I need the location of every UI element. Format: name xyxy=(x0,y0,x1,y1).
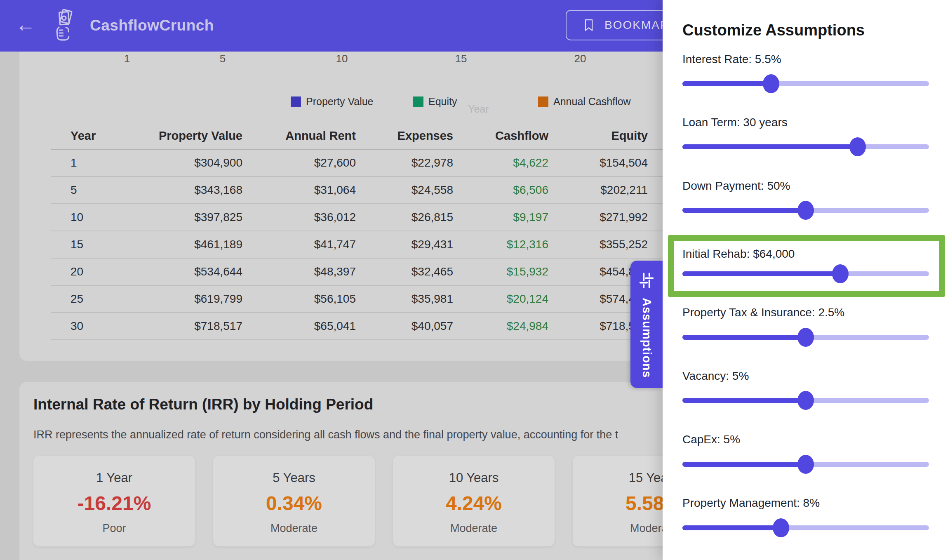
column-header-cashflow: Cashflow xyxy=(453,123,548,149)
slider-label: Property Management: 8% xyxy=(682,496,929,510)
slider-thumb[interactable] xyxy=(797,201,814,220)
slider-thumb[interactable] xyxy=(797,455,814,474)
interest-rate-slider[interactable] xyxy=(682,81,929,86)
table-cell: 5 xyxy=(51,176,124,204)
slider-group-property-management: Property Management: 8% xyxy=(682,496,929,510)
assumptions-sidebar: Customize Assumptions Interest Rate: 5.5… xyxy=(663,0,950,560)
slider-group-initial-rehab: Initial Rehab: $64,000 xyxy=(682,247,929,261)
slider-label: Loan Term: 30 years xyxy=(682,116,929,129)
table-cell: $65,041 xyxy=(242,313,356,340)
property-tax-slider[interactable] xyxy=(682,335,929,340)
app-root: 1 5 10 15 20 Year Property Value Equity … xyxy=(0,0,950,560)
x-axis-tick: 5 xyxy=(220,52,226,65)
table-cell: $36,012 xyxy=(242,204,356,231)
loan-term-slider[interactable] xyxy=(682,144,929,149)
table-cell: 10 xyxy=(51,204,124,231)
down-payment-slider[interactable] xyxy=(682,208,929,213)
slider-label: CapEx: 5% xyxy=(682,433,929,446)
legend-swatch xyxy=(291,96,301,107)
slider-group-down-payment: Down Payment: 50% xyxy=(682,179,929,193)
table-cell: $32,465 xyxy=(356,258,453,285)
table-cell: $534,644 xyxy=(124,258,242,285)
legend-swatch xyxy=(538,96,548,107)
table-cell: $4,622 xyxy=(453,149,548,176)
column-header-year: Year xyxy=(51,123,124,149)
slider-thumb[interactable] xyxy=(797,391,814,410)
irr-period: 5 Years xyxy=(273,471,315,485)
legend-label: Property Value xyxy=(306,96,374,108)
assumptions-tab-label: Assumptions xyxy=(640,298,654,378)
column-header-property-value: Property Value xyxy=(124,123,242,149)
back-button[interactable]: ← xyxy=(16,13,35,36)
app-title: CashflowCrunch xyxy=(90,17,214,34)
slider-thumb[interactable] xyxy=(832,264,849,283)
table-cell: 15 xyxy=(51,231,124,258)
table-cell: $20,124 xyxy=(453,285,548,313)
table-cell: $6,506 xyxy=(453,176,548,204)
slider-group-interest-rate: Interest Rate: 5.5% xyxy=(682,53,929,66)
slider-thumb[interactable] xyxy=(849,137,866,156)
vacancy-slider[interactable] xyxy=(682,398,929,403)
irr-value: -16.21% xyxy=(78,492,151,515)
table-cell: $271,992 xyxy=(548,204,648,231)
sliders-icon xyxy=(637,271,656,289)
irr-period: 1 Year xyxy=(96,471,132,485)
table-cell: $355,252 xyxy=(548,231,648,258)
slider-group-vacancy: Vacancy: 5% xyxy=(682,369,929,383)
irr-card-5-years: 5 Years 0.34% Moderate xyxy=(213,456,375,546)
irr-card-row: 1 Year -16.21% Poor 5 Years 0.34% Modera… xyxy=(33,456,734,546)
table-cell: $397,825 xyxy=(124,204,242,231)
slider-label: Down Payment: 50% xyxy=(682,179,929,193)
x-axis-tick: 10 xyxy=(336,52,348,65)
table-cell: $9,197 xyxy=(453,204,548,231)
slider-label: Property Tax & Insurance: 2.5% xyxy=(682,306,929,319)
table-cell: $29,431 xyxy=(356,231,453,258)
table-cell: $22,978 xyxy=(356,149,453,176)
slider-group-property-tax: Property Tax & Insurance: 2.5% xyxy=(682,306,929,319)
column-header-equity: Equity xyxy=(548,123,648,149)
legend-item-equity[interactable]: Equity xyxy=(413,96,457,108)
table-cell: 25 xyxy=(51,285,124,313)
initial-rehab-slider[interactable] xyxy=(682,271,929,276)
table-cell: $343,168 xyxy=(124,176,242,204)
property-management-slider[interactable] xyxy=(682,525,929,530)
irr-title: Internal Rate of Return (IRR) by Holding… xyxy=(33,396,373,413)
legend-item-property-value[interactable]: Property Value xyxy=(291,96,374,108)
table-cell: $619,799 xyxy=(124,285,242,313)
x-axis-tick: 1 xyxy=(124,52,130,65)
column-header-expenses: Expenses xyxy=(356,123,453,149)
slider-label: Initial Rehab: $64,000 xyxy=(682,247,929,261)
table-cell: $24,984 xyxy=(453,313,548,340)
table-cell: $718,517 xyxy=(124,313,242,340)
x-axis-label: Year xyxy=(468,103,489,115)
slider-thumb[interactable] xyxy=(763,74,779,93)
legend-item-annual-cashflow[interactable]: Annual Cashflow xyxy=(538,96,631,108)
assumptions-tab[interactable]: Assumptions xyxy=(630,261,663,388)
slider-label: Interest Rate: 5.5% xyxy=(682,53,929,66)
table-cell: $26,815 xyxy=(356,204,453,231)
legend-label: Equity xyxy=(428,96,457,108)
irr-value: 4.24% xyxy=(446,492,502,515)
slider-group-loan-term: Loan Term: 30 years xyxy=(682,116,929,129)
column-header-annual-rent: Annual Rent xyxy=(242,123,356,149)
irr-value: 0.34% xyxy=(266,492,322,515)
table-cell: $12,316 xyxy=(453,231,548,258)
sidebar-title: Customize Assumptions xyxy=(682,21,865,39)
x-axis-tick: 20 xyxy=(574,52,586,65)
slider-thumb[interactable] xyxy=(773,518,789,537)
irr-card-1-year: 1 Year -16.21% Poor xyxy=(33,456,195,546)
table-cell: $56,105 xyxy=(242,285,356,313)
slider-group-capex: CapEx: 5% xyxy=(682,433,929,446)
irr-card-10-years: 10 Years 4.24% Moderate xyxy=(393,456,555,546)
slider-label: Vacancy: 5% xyxy=(682,369,929,383)
table-cell: $35,981 xyxy=(356,285,453,313)
table-cell: $15,932 xyxy=(453,258,548,285)
table-cell: $461,189 xyxy=(124,231,242,258)
table-cell: $27,600 xyxy=(242,149,356,176)
slider-thumb[interactable] xyxy=(797,328,814,347)
table-cell: $41,747 xyxy=(242,231,356,258)
table-cell: $24,558 xyxy=(356,176,453,204)
table-cell: $154,504 xyxy=(548,149,648,176)
capex-slider[interactable] xyxy=(682,462,929,467)
irr-rating: Moderate xyxy=(450,522,497,535)
